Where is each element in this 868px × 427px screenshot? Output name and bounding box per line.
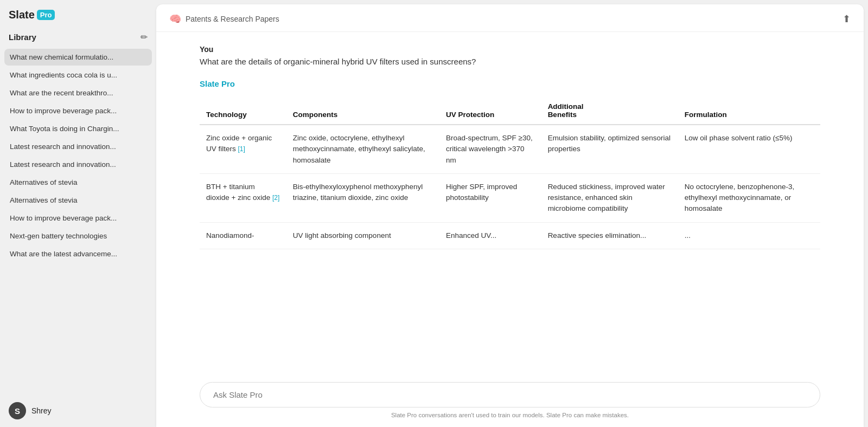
sidebar-items-list: What new chemical formulatio...What ingr…	[0, 49, 156, 394]
chat-input-wrapper	[200, 382, 820, 407]
avatar: S	[9, 402, 26, 419]
sidebar-item-8[interactable]: Alternatives of stevia	[4, 192, 152, 209]
cell-components-2: UV light absorbing component	[286, 222, 439, 249]
you-label: You	[200, 45, 820, 54]
col-technology: Technology	[200, 97, 286, 125]
share-icon[interactable]: ⬆	[843, 13, 851, 25]
sidebar-item-0[interactable]: What new chemical formulatio...	[4, 49, 152, 66]
cell-benefits-0: Emulsion stability, optimized sensorial …	[541, 125, 678, 173]
chat-input[interactable]	[213, 390, 807, 399]
chat-header-left: 🧠 Patents & Research Papers	[169, 13, 279, 25]
bot-label: Slate Pro	[200, 79, 820, 88]
sidebar-item-2[interactable]: What are the recent breakthrо...	[4, 85, 152, 101]
new-chat-icon[interactable]: ✏	[141, 32, 148, 42]
cell-uv-1: Higher SPF, improved photostability	[439, 173, 541, 222]
chat-input-area: Slate Pro conversations aren't used to t…	[156, 376, 864, 427]
sidebar-item-7[interactable]: Alternatives of stevia	[4, 174, 152, 191]
user-question: What are the details of organic-mineral …	[200, 57, 820, 66]
cell-uv-0: Broad-spectrum, SPF ≥30, critical wavele…	[439, 125, 541, 173]
cell-formulation-0: Low oil phase solvent ratio (≤5%)	[678, 125, 820, 173]
main-panel: 🧠 Patents & Research Papers ⬆ You What a…	[156, 4, 864, 427]
cell-benefits-1: Reduced stickiness, improved water resis…	[541, 173, 678, 222]
ref-link-0[interactable]: [1]	[238, 145, 245, 153]
table-row-1: BTH + titanium dioxide + zinc oxide [2]B…	[200, 173, 820, 222]
cell-uv-2: Enhanced UV...	[439, 222, 541, 249]
logo: Slate Pro	[0, 9, 156, 32]
response-table: Technology Components UV Protection Addi…	[200, 97, 820, 249]
username: Shrey	[31, 406, 52, 415]
col-components: Components	[286, 97, 439, 125]
cell-benefits-2: Reactive species elimination...	[541, 222, 678, 249]
cell-technology-1: BTH + titanium dioxide + zinc oxide [2]	[200, 173, 286, 222]
cell-technology-0: Zinc oxide + organic UV filters [1]	[200, 125, 286, 173]
logo-slate: Slate	[9, 9, 35, 21]
sidebar-item-9[interactable]: How to improve beverage pack...	[4, 210, 152, 227]
cell-components-0: Zinc oxide, octocrylene, ethylhexyl meth…	[286, 125, 439, 173]
sidebar-footer: S Shrey	[0, 394, 156, 427]
cell-technology-2: Nanodiamond-	[200, 222, 286, 249]
chat-header-title: Patents & Research Papers	[186, 15, 279, 23]
sidebar-item-1[interactable]: What ingredients coca cola is u...	[4, 67, 152, 83]
sidebar: Slate Pro Library ✏ What new chemical fo…	[0, 0, 156, 427]
library-title: Library	[9, 33, 36, 42]
library-header: Library ✏	[0, 32, 156, 49]
table-row-2: Nanodiamond-UV light absorbing component…	[200, 222, 820, 249]
cell-formulation-2: ...	[678, 222, 820, 249]
sidebar-item-11[interactable]: What are the latest advanceme...	[4, 245, 152, 262]
col-additional-benefits: AdditionalBenefits	[541, 97, 678, 125]
ref-link-1[interactable]: [2]	[272, 194, 279, 202]
cell-components-1: Bis-ethylhexyloxyphenol methoxyphenyl tr…	[286, 173, 439, 222]
table-row-0: Zinc oxide + organic UV filters [1]Zinc …	[200, 125, 820, 173]
sidebar-item-3[interactable]: How to improve beverage pack...	[4, 102, 152, 119]
disclaimer: Slate Pro conversations aren't used to t…	[391, 412, 629, 418]
col-formulation: Formulation	[678, 97, 820, 125]
brain-icon: 🧠	[169, 13, 181, 25]
logo-pro: Pro	[37, 10, 55, 20]
sidebar-item-10[interactable]: Next-gen battery technologies	[4, 228, 152, 244]
chat-body: You What are the details of organic-mine…	[156, 32, 864, 376]
sidebar-item-4[interactable]: What Toyota is doing in Chargin...	[4, 120, 152, 137]
chat-header: 🧠 Patents & Research Papers ⬆	[156, 4, 864, 32]
cell-formulation-1: No octocrylene, benzophenone-3, ethylhex…	[678, 173, 820, 222]
sidebar-item-5[interactable]: Latest research and innovation...	[4, 138, 152, 155]
sidebar-item-6[interactable]: Latest research and innovation...	[4, 156, 152, 173]
col-uv-protection: UV Protection	[439, 97, 541, 125]
